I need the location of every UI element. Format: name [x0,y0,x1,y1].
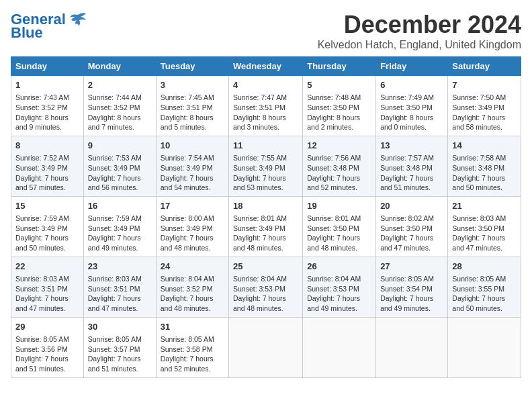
calendar-cell: 16 Sunrise: 7:59 AM Sunset: 3:49 PM Dayl… [83,196,156,257]
daylight-label: Daylight: 7 hours and 52 minutes. [161,355,214,373]
daylight-label: Daylight: 7 hours and 48 minutes. [307,234,360,252]
calendar-header-wednesday: Wednesday [229,57,303,76]
title-block: December 2024 Kelvedon Hatch, England, U… [318,11,521,51]
calendar-cell: 4 Sunrise: 7:47 AM Sunset: 3:51 PM Dayli… [229,76,303,136]
calendar-week-row: 15 Sunrise: 7:59 AM Sunset: 3:49 PM Dayl… [11,196,521,257]
month-title: December 2024 [318,11,521,39]
day-number: 31 [161,321,224,333]
daylight-label: Daylight: 8 hours and 7 minutes. [88,113,141,132]
calendar-cell: 14 Sunrise: 7:58 AM Sunset: 3:48 PM Dayl… [448,136,521,196]
daylight-label: Daylight: 7 hours and 48 minutes. [233,234,286,252]
calendar-cell: 3 Sunrise: 7:45 AM Sunset: 3:51 PM Dayli… [156,76,228,136]
location-title: Kelvedon Hatch, England, United Kingdom [318,39,521,51]
sunrise-label: Sunrise: 7:45 AM [161,93,214,101]
calendar-header-row: SundayMondayTuesdayWednesdayThursdayFrid… [11,57,521,76]
calendar-week-row: 22 Sunrise: 8:03 AM Sunset: 3:51 PM Dayl… [11,257,521,317]
sunset-label: Sunset: 3:50 PM [307,103,359,111]
day-number: 19 [307,200,371,212]
calendar-cell: 13 Sunrise: 7:57 AM Sunset: 3:48 PM Dayl… [376,136,448,196]
daylight-label: Daylight: 7 hours and 48 minutes. [233,294,286,312]
sunrise-label: Sunrise: 7:56 AM [307,154,361,162]
sunset-label: Sunset: 3:51 PM [88,285,140,293]
sunrise-label: Sunrise: 8:03 AM [15,275,69,283]
sunset-label: Sunset: 3:48 PM [452,164,504,172]
calendar-cell: 29 Sunrise: 8:05 AM Sunset: 3:56 PM Dayl… [11,317,84,377]
daylight-label: Daylight: 7 hours and 47 minutes. [380,234,433,252]
calendar-cell: 31 Sunrise: 8:05 AM Sunset: 3:58 PM Dayl… [156,317,228,377]
calendar-header-thursday: Thursday [303,57,376,76]
sunrise-label: Sunrise: 7:44 AM [88,93,142,101]
sunrise-label: Sunrise: 7:59 AM [15,214,69,222]
calendar-cell: 7 Sunrise: 7:50 AM Sunset: 3:49 PM Dayli… [448,76,521,136]
sunset-label: Sunset: 3:48 PM [380,164,433,172]
sunset-label: Sunset: 3:49 PM [161,224,213,232]
sunset-label: Sunset: 3:48 PM [307,164,359,172]
daylight-label: Daylight: 7 hours and 48 minutes. [161,234,214,252]
sunset-label: Sunset: 3:52 PM [15,103,68,111]
calendar-cell: 5 Sunrise: 7:48 AM Sunset: 3:50 PM Dayli… [303,76,376,136]
day-number: 14 [452,140,517,152]
calendar-cell: 11 Sunrise: 7:55 AM Sunset: 3:49 PM Dayl… [229,136,303,196]
sunrise-label: Sunrise: 7:50 AM [452,93,506,101]
calendar-cell [376,317,448,377]
sunrise-label: Sunrise: 8:05 AM [161,335,214,343]
sunset-label: Sunset: 3:53 PM [233,285,285,293]
sunrise-label: Sunrise: 7:43 AM [15,93,69,101]
day-number: 20 [380,200,443,212]
sunset-label: Sunset: 3:51 PM [233,103,285,111]
calendar-cell: 8 Sunrise: 7:52 AM Sunset: 3:49 PM Dayli… [11,136,84,196]
day-number: 21 [452,200,517,212]
logo: General Blue [11,11,87,42]
day-number: 18 [233,200,298,212]
day-number: 25 [233,261,298,273]
sunset-label: Sunset: 3:53 PM [307,285,359,293]
day-number: 3 [161,79,224,91]
daylight-label: Daylight: 8 hours and 3 minutes. [233,113,286,132]
day-number: 13 [380,140,443,152]
day-number: 11 [233,140,298,152]
sunset-label: Sunset: 3:49 PM [233,224,285,232]
calendar-cell: 25 Sunrise: 8:04 AM Sunset: 3:53 PM Dayl… [229,257,303,317]
calendar-week-row: 1 Sunrise: 7:43 AM Sunset: 3:52 PM Dayli… [11,76,521,136]
day-number: 15 [15,200,79,212]
sunrise-label: Sunrise: 7:55 AM [233,154,287,162]
sunrise-label: Sunrise: 8:01 AM [307,214,361,222]
calendar-cell: 15 Sunrise: 7:59 AM Sunset: 3:49 PM Dayl… [11,196,84,257]
day-number: 30 [88,321,152,333]
day-number: 24 [161,261,224,273]
daylight-label: Daylight: 7 hours and 51 minutes. [15,355,69,373]
sunset-label: Sunset: 3:51 PM [161,103,213,111]
calendar-header-friday: Friday [376,57,448,76]
daylight-label: Daylight: 7 hours and 49 minutes. [307,294,360,312]
calendar-cell: 6 Sunrise: 7:49 AM Sunset: 3:50 PM Dayli… [376,76,448,136]
calendar-cell: 27 Sunrise: 8:05 AM Sunset: 3:54 PM Dayl… [376,257,448,317]
sunrise-label: Sunrise: 8:05 AM [15,335,69,343]
calendar-cell: 30 Sunrise: 8:05 AM Sunset: 3:57 PM Dayl… [83,317,156,377]
day-number: 10 [161,140,224,152]
day-number: 5 [307,79,371,91]
day-number: 1 [15,79,79,91]
daylight-label: Daylight: 7 hours and 52 minutes. [307,174,360,192]
sunset-label: Sunset: 3:58 PM [161,345,213,353]
sunset-label: Sunset: 3:50 PM [307,224,359,232]
sunset-label: Sunset: 3:49 PM [161,164,213,172]
sunset-label: Sunset: 3:56 PM [15,345,68,353]
sunrise-label: Sunrise: 8:02 AM [380,214,434,222]
calendar-cell: 10 Sunrise: 7:54 AM Sunset: 3:49 PM Dayl… [156,136,228,196]
sunrise-label: Sunrise: 8:03 AM [452,214,506,222]
daylight-label: Daylight: 8 hours and 2 minutes. [307,113,360,132]
sunset-label: Sunset: 3:50 PM [380,224,433,232]
day-number: 23 [88,261,152,273]
daylight-label: Daylight: 7 hours and 51 minutes. [88,355,141,373]
daylight-label: Daylight: 7 hours and 50 minutes. [452,174,505,192]
calendar-cell: 22 Sunrise: 8:03 AM Sunset: 3:51 PM Dayl… [11,257,84,317]
calendar-cell: 24 Sunrise: 8:04 AM Sunset: 3:52 PM Dayl… [156,257,228,317]
page-header: General Blue December 2024 Kelvedon Hatc… [11,11,521,51]
calendar-cell: 18 Sunrise: 8:01 AM Sunset: 3:49 PM Dayl… [229,196,303,257]
sunset-label: Sunset: 3:50 PM [452,224,504,232]
day-number: 17 [161,200,224,212]
calendar-cell: 28 Sunrise: 8:05 AM Sunset: 3:55 PM Dayl… [448,257,521,317]
sunset-label: Sunset: 3:51 PM [15,285,68,293]
day-number: 29 [15,321,79,333]
sunset-label: Sunset: 3:49 PM [15,164,68,172]
